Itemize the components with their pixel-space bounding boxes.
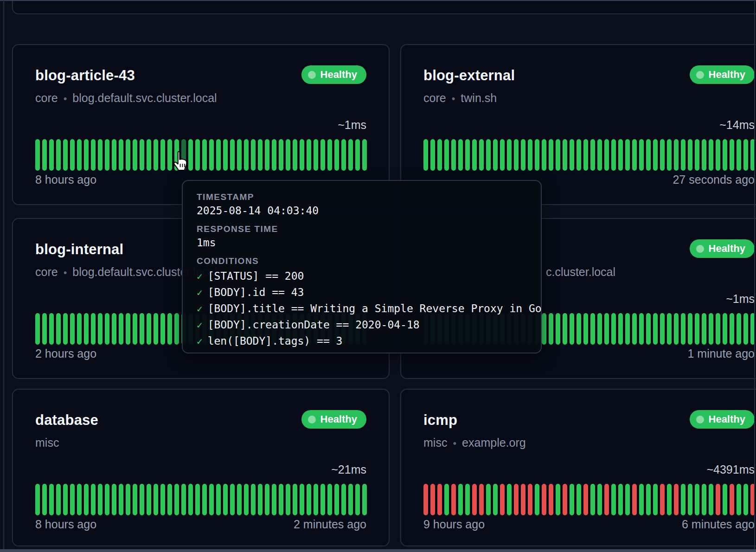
uptime-bar[interactable] bbox=[528, 139, 532, 171]
uptime-bar[interactable] bbox=[563, 139, 567, 171]
uptime-bar[interactable] bbox=[105, 139, 109, 171]
uptime-bar[interactable] bbox=[702, 484, 706, 515]
uptime-bar[interactable] bbox=[590, 484, 595, 515]
uptime-bar[interactable] bbox=[702, 313, 706, 345]
uptime-bar[interactable] bbox=[590, 313, 595, 345]
uptime-bar[interactable] bbox=[160, 484, 165, 515]
uptime-bar[interactable] bbox=[639, 139, 644, 171]
uptime-bar[interactable] bbox=[423, 139, 428, 171]
uptime-bar[interactable] bbox=[583, 313, 588, 345]
uptime-bar[interactable] bbox=[314, 139, 318, 171]
uptime-bar[interactable] bbox=[604, 139, 609, 171]
uptime-bar[interactable] bbox=[618, 139, 623, 171]
uptime-bar[interactable] bbox=[730, 313, 734, 345]
uptime-bar[interactable] bbox=[341, 484, 346, 515]
uptime-bar[interactable] bbox=[709, 139, 713, 171]
uptime-bar[interactable] bbox=[681, 313, 686, 345]
uptime-bar[interactable] bbox=[154, 484, 158, 515]
uptime-bar[interactable] bbox=[202, 139, 207, 171]
uptime-bar[interactable] bbox=[77, 139, 82, 171]
uptime-bar[interactable] bbox=[70, 313, 75, 345]
uptime-bar[interactable] bbox=[611, 313, 616, 345]
uptime-bar[interactable] bbox=[493, 484, 498, 515]
uptime-bar[interactable] bbox=[535, 484, 539, 515]
card-database[interactable]: database Healthy misc ~21ms 8 hours ago … bbox=[12, 389, 390, 546]
response-time-bars[interactable] bbox=[35, 139, 367, 171]
uptime-bar[interactable] bbox=[653, 484, 658, 515]
uptime-bar[interactable] bbox=[570, 484, 574, 515]
uptime-bar[interactable] bbox=[625, 313, 630, 345]
uptime-bar[interactable] bbox=[300, 484, 304, 515]
uptime-bar[interactable] bbox=[112, 313, 116, 345]
uptime-bar[interactable] bbox=[653, 313, 658, 345]
uptime-bar[interactable] bbox=[223, 139, 228, 171]
uptime-bar[interactable] bbox=[625, 484, 630, 515]
uptime-bar[interactable] bbox=[272, 484, 276, 515]
uptime-bar[interactable] bbox=[577, 313, 581, 345]
uptime-bar[interactable] bbox=[286, 484, 290, 515]
uptime-bar[interactable] bbox=[514, 484, 519, 515]
uptime-bar[interactable] bbox=[716, 484, 720, 515]
uptime-bar[interactable] bbox=[154, 139, 158, 171]
uptime-bar[interactable] bbox=[362, 484, 367, 515]
uptime-bar[interactable] bbox=[320, 139, 325, 171]
uptime-bar[interactable] bbox=[437, 139, 442, 171]
uptime-bar[interactable] bbox=[251, 484, 256, 515]
uptime-bar[interactable] bbox=[63, 139, 68, 171]
uptime-bar[interactable] bbox=[327, 139, 332, 171]
uptime-bar[interactable] bbox=[56, 139, 61, 171]
uptime-bar[interactable] bbox=[451, 139, 456, 171]
uptime-bar[interactable] bbox=[258, 484, 263, 515]
uptime-bar[interactable] bbox=[56, 313, 61, 345]
uptime-bar[interactable] bbox=[479, 484, 484, 515]
uptime-bar[interactable] bbox=[265, 484, 269, 515]
uptime-bar[interactable] bbox=[681, 139, 686, 171]
uptime-bar[interactable] bbox=[334, 139, 339, 171]
uptime-bar[interactable] bbox=[709, 313, 713, 345]
uptime-bar[interactable] bbox=[674, 139, 679, 171]
uptime-bar[interactable] bbox=[521, 139, 525, 171]
uptime-bar[interactable] bbox=[716, 313, 720, 345]
uptime-bar[interactable] bbox=[542, 313, 546, 345]
uptime-bar[interactable] bbox=[327, 484, 332, 515]
uptime-bar[interactable] bbox=[84, 313, 89, 345]
uptime-bar[interactable] bbox=[423, 484, 428, 515]
uptime-bar[interactable] bbox=[334, 484, 339, 515]
uptime-bar[interactable] bbox=[42, 139, 47, 171]
uptime-bar[interactable] bbox=[730, 484, 734, 515]
uptime-bar[interactable] bbox=[119, 313, 123, 345]
uptime-bar[interactable] bbox=[258, 139, 263, 171]
uptime-bar[interactable] bbox=[625, 139, 630, 171]
uptime-bar[interactable] bbox=[195, 484, 200, 515]
uptime-bar[interactable] bbox=[570, 139, 574, 171]
uptime-bar[interactable] bbox=[119, 484, 123, 515]
uptime-bar[interactable] bbox=[549, 484, 553, 515]
uptime-bar[interactable] bbox=[320, 484, 325, 515]
uptime-bar[interactable] bbox=[42, 484, 47, 515]
uptime-bar[interactable] bbox=[63, 313, 68, 345]
uptime-bar[interactable] bbox=[314, 484, 318, 515]
uptime-bar[interactable] bbox=[660, 484, 665, 515]
uptime-bar[interactable] bbox=[472, 484, 477, 515]
uptime-bar[interactable] bbox=[56, 484, 61, 515]
uptime-bar[interactable] bbox=[348, 484, 353, 515]
uptime-bar[interactable] bbox=[583, 484, 588, 515]
uptime-bar[interactable] bbox=[695, 484, 699, 515]
uptime-bar[interactable] bbox=[556, 139, 560, 171]
uptime-bar[interactable] bbox=[140, 139, 144, 171]
uptime-bar[interactable] bbox=[167, 313, 172, 345]
uptime-bar[interactable] bbox=[688, 313, 692, 345]
uptime-bar[interactable] bbox=[632, 139, 637, 171]
uptime-bar[interactable] bbox=[556, 313, 560, 345]
uptime-bar[interactable] bbox=[147, 313, 151, 345]
uptime-bar[interactable] bbox=[653, 139, 658, 171]
uptime-bar[interactable] bbox=[49, 484, 54, 515]
uptime-bar[interactable] bbox=[444, 484, 449, 515]
uptime-bar[interactable] bbox=[140, 313, 144, 345]
uptime-bar[interactable] bbox=[688, 139, 692, 171]
uptime-bar[interactable] bbox=[70, 484, 75, 515]
uptime-bar[interactable] bbox=[98, 484, 103, 515]
uptime-bar[interactable] bbox=[563, 484, 567, 515]
uptime-bar[interactable] bbox=[91, 484, 96, 515]
uptime-bar[interactable] bbox=[209, 139, 214, 171]
